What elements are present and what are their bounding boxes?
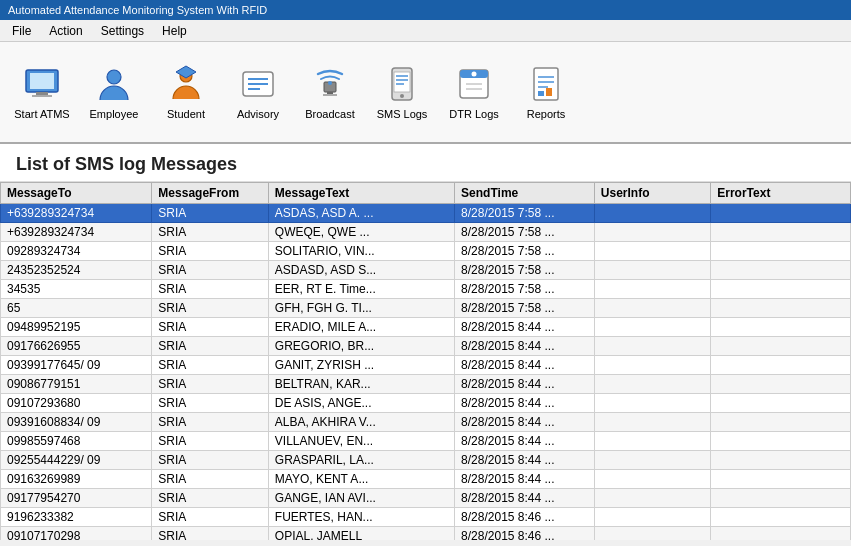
advisory-label: Advisory <box>237 108 279 121</box>
title-bar-text: Automated Attendance Monitoring System W… <box>8 4 267 16</box>
table-cell: SRIA <box>152 527 268 541</box>
table-cell: 8/28/2015 8:44 ... <box>455 413 595 432</box>
table-cell: GANGE, IAN AVI... <box>268 489 454 508</box>
table-cell <box>711 337 851 356</box>
table-row[interactable]: 9196233382SRIAFUERTES, HAN...8/28/2015 8… <box>1 508 851 527</box>
menu-file[interactable]: File <box>4 22 39 40</box>
table-cell <box>711 470 851 489</box>
dtr-icon <box>452 62 496 106</box>
table-cell: 8/28/2015 8:44 ... <box>455 470 595 489</box>
table-cell: ERADIO, MILE A... <box>268 318 454 337</box>
student-button[interactable]: Student <box>152 48 220 136</box>
table-cell: SRIA <box>152 432 268 451</box>
table-cell <box>711 356 851 375</box>
table-cell <box>594 337 710 356</box>
svg-point-4 <box>107 70 121 84</box>
table-row[interactable]: +639289324734SRIAQWEQE, QWE ...8/28/2015… <box>1 223 851 242</box>
table-row[interactable]: 65SRIAGFH, FGH G. TI...8/28/2015 7:58 ..… <box>1 299 851 318</box>
menu-settings[interactable]: Settings <box>93 22 152 40</box>
table-row[interactable]: 09985597468SRIAVILLANUEV, EN...8/28/2015… <box>1 432 851 451</box>
table-cell: 8/28/2015 8:44 ... <box>455 489 595 508</box>
start-atms-label: Start ATMS <box>14 108 69 121</box>
table-cell: SRIA <box>152 299 268 318</box>
svg-marker-6 <box>176 66 196 78</box>
table-row[interactable]: 09086779151SRIABELTRAN, KAR...8/28/2015 … <box>1 375 851 394</box>
table-row[interactable]: 34535SRIAEER, RT E. Time...8/28/2015 7:5… <box>1 280 851 299</box>
table-cell: MAYO, KENT A... <box>268 470 454 489</box>
page-title-section: List of SMS log Messages <box>0 144 851 182</box>
table-cell <box>711 280 851 299</box>
table-cell <box>711 242 851 261</box>
table-cell: 8/28/2015 8:44 ... <box>455 356 595 375</box>
table-cell <box>711 508 851 527</box>
svg-rect-30 <box>538 91 544 96</box>
sms-logs-label: SMS Logs <box>377 108 428 121</box>
table-row[interactable]: 09489952195SRIAERADIO, MILE A...8/28/201… <box>1 318 851 337</box>
table-cell: FUERTES, HAN... <box>268 508 454 527</box>
table-cell: QWEQE, QWE ... <box>268 223 454 242</box>
table-cell: GANIT, ZYRISH ... <box>268 356 454 375</box>
menu-help[interactable]: Help <box>154 22 195 40</box>
reports-label: Reports <box>527 108 566 121</box>
table-cell <box>594 299 710 318</box>
table-cell: SRIA <box>152 223 268 242</box>
table-cell <box>711 527 851 541</box>
table-row[interactable]: +639289324734SRIAASDAS, ASD A. ...8/28/2… <box>1 204 851 223</box>
svg-rect-2 <box>36 92 48 95</box>
menu-action[interactable]: Action <box>41 22 90 40</box>
page-title: List of SMS log Messages <box>16 154 835 175</box>
sms-log-table-container[interactable]: MessageTo MessageFrom MessageText SendTi… <box>0 182 851 540</box>
broadcast-button[interactable]: Broadcast <box>296 48 364 136</box>
table-cell <box>711 375 851 394</box>
table-row[interactable]: 09255444229/ 09SRIAGRASPARIL, LA...8/28/… <box>1 451 851 470</box>
table-row[interactable]: 09163269989SRIAMAYO, KENT A...8/28/2015 … <box>1 470 851 489</box>
table-cell: 09289324734 <box>1 242 152 261</box>
table-cell: 34535 <box>1 280 152 299</box>
table-cell: 09177954270 <box>1 489 152 508</box>
table-row[interactable]: 09289324734SRIASOLITARIO, VIN...8/28/201… <box>1 242 851 261</box>
table-cell: 8/28/2015 7:58 ... <box>455 280 595 299</box>
table-cell: 09399177645/ 09 <box>1 356 152 375</box>
table-row[interactable]: 09177954270SRIAGANGE, IAN AVI...8/28/201… <box>1 489 851 508</box>
employee-button[interactable]: Employee <box>80 48 148 136</box>
table-cell: EER, RT E. Time... <box>268 280 454 299</box>
reports-button[interactable]: Reports <box>512 48 580 136</box>
table-cell: 09391608834/ 09 <box>1 413 152 432</box>
table-row[interactable]: 09399177645/ 09SRIAGANIT, ZYRISH ...8/28… <box>1 356 851 375</box>
table-cell <box>594 375 710 394</box>
table-cell: SRIA <box>152 337 268 356</box>
table-cell: GREGORIO, BR... <box>268 337 454 356</box>
table-cell <box>594 318 710 337</box>
dtr-logs-button[interactable]: DTR Logs <box>440 48 508 136</box>
broadcast-icon <box>308 62 352 106</box>
table-cell: SRIA <box>152 470 268 489</box>
table-row[interactable]: 09107293680SRIADE ASIS, ANGE...8/28/2015… <box>1 394 851 413</box>
table-cell: 8/28/2015 8:44 ... <box>455 375 595 394</box>
table-cell <box>594 432 710 451</box>
svg-rect-3 <box>32 95 52 97</box>
sms-logs-button[interactable]: SMS Logs <box>368 48 436 136</box>
advisory-button[interactable]: Advisory <box>224 48 292 136</box>
table-row[interactable]: 09391608834/ 09SRIAALBA, AKHIRA V...8/28… <box>1 413 851 432</box>
employee-icon <box>92 62 136 106</box>
table-row[interactable]: 09107170298SRIAOPIAL, JAMELL8/28/2015 8:… <box>1 527 851 541</box>
table-cell: SRIA <box>152 242 268 261</box>
student-icon <box>164 62 208 106</box>
col-message-to: MessageTo <box>1 183 152 204</box>
table-cell: SRIA <box>152 280 268 299</box>
table-row[interactable]: 24352352524SRIAASDASD, ASD S...8/28/2015… <box>1 261 851 280</box>
col-message-from: MessageFrom <box>152 183 268 204</box>
table-cell: GRASPARIL, LA... <box>268 451 454 470</box>
computer-icon <box>20 62 64 106</box>
table-row[interactable]: 09176626955SRIAGREGORIO, BR...8/28/2015 … <box>1 337 851 356</box>
table-cell <box>711 451 851 470</box>
toolbar: Start ATMS Employee Student <box>0 42 851 144</box>
table-cell: 8/28/2015 8:44 ... <box>455 451 595 470</box>
table-cell <box>594 508 710 527</box>
start-atms-button[interactable]: Start ATMS <box>8 48 76 136</box>
table-cell: 8/28/2015 7:58 ... <box>455 261 595 280</box>
table-cell: 09176626955 <box>1 337 152 356</box>
col-send-time: SendTime <box>455 183 595 204</box>
sms-icon <box>380 62 424 106</box>
title-bar: Automated Attendance Monitoring System W… <box>0 0 851 20</box>
